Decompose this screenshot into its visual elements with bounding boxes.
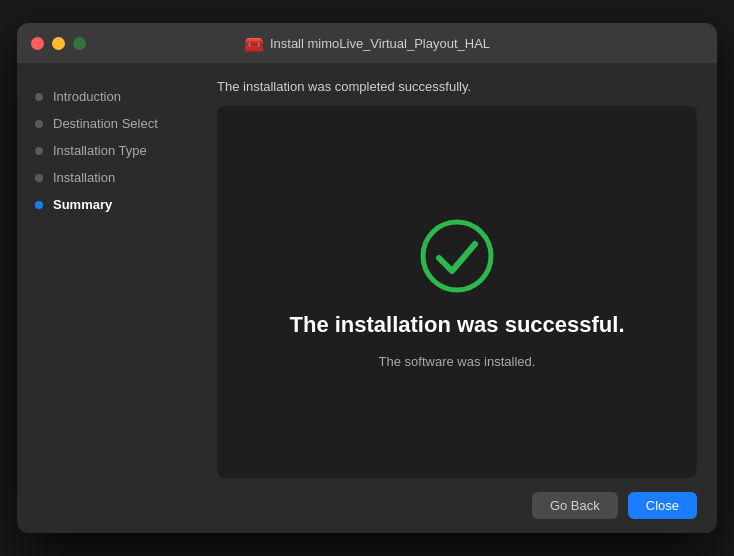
sidebar-item-introduction: Introduction xyxy=(17,83,197,110)
main-header: The installation was completed successfu… xyxy=(197,63,717,106)
success-subtitle: The software was installed. xyxy=(379,354,536,369)
success-icon xyxy=(417,216,497,296)
minimize-button[interactable] xyxy=(52,37,65,50)
traffic-lights xyxy=(31,37,86,50)
content-area: Introduction Destination Select Installa… xyxy=(17,63,717,533)
sidebar-label-installation-type: Installation Type xyxy=(53,143,147,158)
success-title: The installation was successful. xyxy=(290,312,625,338)
svg-point-0 xyxy=(423,222,491,290)
main-panel: The installation was completed successfu… xyxy=(197,63,717,533)
titlebar-title: 🧰 Install mimoLive_Virtual_Playout_HAL xyxy=(244,34,490,53)
sidebar-label-introduction: Introduction xyxy=(53,89,121,104)
completion-text: The installation was completed successfu… xyxy=(217,79,471,94)
titlebar: 🧰 Install mimoLive_Virtual_Playout_HAL xyxy=(17,23,717,63)
sidebar-item-summary: Summary xyxy=(17,191,197,218)
sidebar-dot-summary xyxy=(35,201,43,209)
go-back-button[interactable]: Go Back xyxy=(532,492,618,519)
sidebar-dot-destination-select xyxy=(35,120,43,128)
sidebar-dot-installation xyxy=(35,174,43,182)
sidebar-label-installation: Installation xyxy=(53,170,115,185)
sidebar-dot-introduction xyxy=(35,93,43,101)
titlebar-text: Install mimoLive_Virtual_Playout_HAL xyxy=(270,36,490,51)
close-button-footer[interactable]: Close xyxy=(628,492,697,519)
sidebar-item-destination-select: Destination Select xyxy=(17,110,197,137)
titlebar-icon: 🧰 xyxy=(244,34,264,53)
close-button[interactable] xyxy=(31,37,44,50)
sidebar: Introduction Destination Select Installa… xyxy=(17,63,197,533)
footer: Go Back Close xyxy=(197,478,717,533)
sidebar-item-installation: Installation xyxy=(17,164,197,191)
sidebar-dot-installation-type xyxy=(35,147,43,155)
sidebar-item-installation-type: Installation Type xyxy=(17,137,197,164)
maximize-button[interactable] xyxy=(73,37,86,50)
success-panel: The installation was successful. The sof… xyxy=(217,106,697,478)
installer-window: 🧰 Install mimoLive_Virtual_Playout_HAL I… xyxy=(17,23,717,533)
sidebar-label-destination-select: Destination Select xyxy=(53,116,158,131)
sidebar-label-summary: Summary xyxy=(53,197,112,212)
